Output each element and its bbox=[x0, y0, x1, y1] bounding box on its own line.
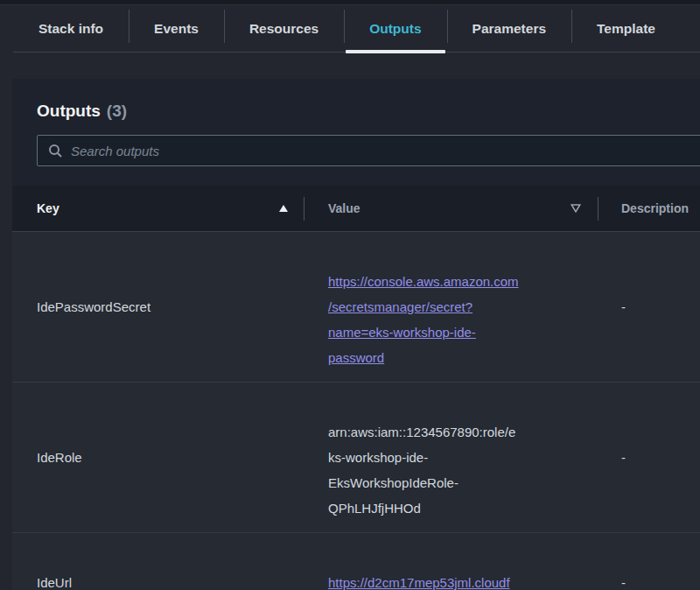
tab-parameters[interactable]: Parameters bbox=[447, 5, 571, 52]
tab-resources[interactable]: Resources bbox=[224, 5, 344, 52]
column-label-value: Value bbox=[328, 201, 360, 215]
output-value-text: arn:aws:iam::1234567890:role/e ks-worksh… bbox=[328, 425, 515, 516]
search-box bbox=[37, 135, 700, 166]
tab-events[interactable]: Events bbox=[129, 5, 224, 52]
output-description: - bbox=[598, 299, 700, 314]
tab-label: Outputs bbox=[369, 21, 421, 37]
column-header-description: Description bbox=[598, 186, 700, 231]
panel-title: Outputs bbox=[37, 102, 101, 121]
sort-ascending-icon bbox=[278, 204, 289, 213]
output-key: IdeRole bbox=[12, 450, 304, 465]
table-header-row: Key Value Description bbox=[12, 186, 700, 232]
tab-label: Template bbox=[597, 21, 655, 37]
search-icon bbox=[48, 144, 62, 158]
outputs-count-badge: (3) bbox=[107, 102, 127, 121]
outputs-panel: Outputs (3) Key Value Description bbox=[12, 79, 700, 590]
sort-down-icon bbox=[570, 204, 581, 213]
outputs-panel-header: Outputs (3) bbox=[12, 79, 700, 186]
output-value-cell: https://d2cm17mep53jml.cloudf ront.net bbox=[304, 533, 598, 590]
tab-outputs[interactable]: Outputs bbox=[344, 5, 446, 52]
column-label-description: Description bbox=[621, 201, 689, 215]
tab-template[interactable]: Template bbox=[571, 5, 681, 52]
tab-label: Stack info bbox=[38, 21, 103, 37]
output-description: - bbox=[598, 450, 700, 465]
column-label-key: Key bbox=[37, 201, 60, 215]
output-value-link[interactable]: https://d2cm17mep53jml.cloudf ront.net bbox=[328, 575, 510, 590]
tab-label: Parameters bbox=[472, 21, 546, 37]
output-value-link[interactable]: https://console.aws.amazon.com /secretsm… bbox=[328, 274, 519, 365]
output-description: - bbox=[598, 575, 700, 590]
column-header-key[interactable]: Key bbox=[12, 186, 304, 231]
output-value-cell: arn:aws:iam::1234567890:role/e ks-worksh… bbox=[304, 383, 598, 532]
column-header-value[interactable]: Value bbox=[304, 186, 598, 231]
output-key: IdePasswordSecret bbox=[12, 299, 304, 314]
table-row: IdeRole arn:aws:iam::1234567890:role/e k… bbox=[12, 382, 700, 532]
tab-label: Events bbox=[154, 21, 199, 37]
output-key: IdeUrl bbox=[12, 575, 304, 590]
stack-tabs: Stack info Events Resources Outputs Para… bbox=[13, 5, 700, 53]
table-row: IdeUrl https://d2cm17mep53jml.cloudf ron… bbox=[12, 532, 700, 590]
tab-label: Resources bbox=[249, 21, 318, 37]
tab-stack-info[interactable]: Stack info bbox=[13, 5, 129, 52]
search-input[interactable] bbox=[71, 144, 700, 158]
table-row: IdePasswordSecret https://console.aws.am… bbox=[12, 232, 700, 382]
output-value-cell: https://console.aws.amazon.com /secretsm… bbox=[304, 232, 598, 382]
outputs-heading: Outputs (3) bbox=[37, 102, 686, 121]
